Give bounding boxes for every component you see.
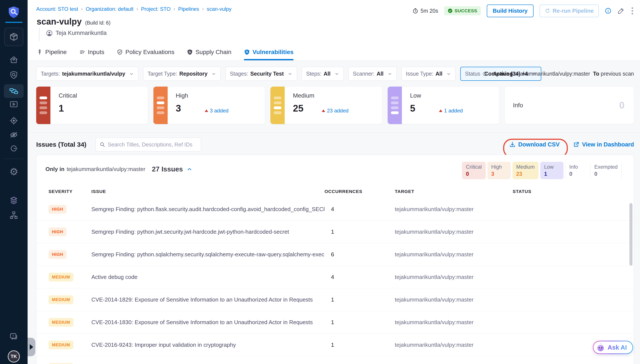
filter-issue-type[interactable]: Issue Type:All: [401, 67, 455, 81]
filter-steps[interactable]: Steps:All: [302, 67, 344, 81]
filter-target-type[interactable]: Target Type:Repository: [143, 67, 221, 81]
chevron-down-icon: [387, 72, 392, 76]
search-input[interactable]: [108, 142, 197, 148]
filter-targets[interactable]: Targets:tejakummarikuntla/vulpy: [36, 67, 138, 81]
chip-low: Low1: [540, 162, 563, 179]
severity-badge: HIGH: [49, 205, 67, 214]
expand-arrow-icon: [30, 344, 33, 350]
chip-exempted: Exempted0: [590, 162, 622, 179]
severity-badge: MEDIUM: [49, 318, 74, 327]
shield-nodes-icon: [187, 49, 193, 55]
low-card[interactable]: Low 5 1 added: [388, 86, 499, 124]
table-scrollbar-thumb[interactable]: [629, 203, 632, 266]
breadcrumb-account[interactable]: Account: STO test: [36, 6, 78, 12]
table-row[interactable]: HIGH Semgrep Finding: python.flask.secur…: [37, 198, 634, 220]
tab-vulnerabilities[interactable]: Vulnerabilities: [244, 45, 294, 60]
pipeline-tab-icon: [37, 49, 43, 55]
page-title: scan-vulpy: [37, 17, 82, 26]
table-row[interactable]: HIGH Semgrep Finding: python.sqlalchemy.…: [37, 243, 634, 266]
module-accent-divider: [5, 22, 23, 23]
breadcrumb-project[interactable]: Project: STO: [141, 6, 171, 12]
table-row[interactable]: HIGH Semgrep Finding: python.jwt.securit…: [37, 220, 634, 243]
tab-pipeline[interactable]: Pipeline: [37, 45, 67, 60]
sto-logo-icon[interactable]: [0, 6, 28, 19]
medium-card[interactable]: Medium 25 23 added: [270, 86, 382, 124]
hierarchy-icon[interactable]: [0, 211, 28, 220]
shield-search-icon: [244, 49, 250, 55]
breadcrumb-org[interactable]: Organization: default: [86, 6, 133, 12]
critical-card[interactable]: Critical 1: [36, 86, 148, 124]
artifacts-layers-icon[interactable]: [0, 196, 28, 205]
table-header-row: SEVERITY ISSUE OCCURRENCES TARGET STATUS: [37, 185, 634, 198]
module-selector-cube-icon[interactable]: [4, 28, 23, 46]
severity-badge: MEDIUM: [49, 273, 74, 282]
external-link-icon: [573, 141, 579, 148]
table-row[interactable]: MEDIUM CVE-2016-9243: Improper input val…: [37, 334, 634, 356]
build-duration: 5m 20s: [412, 8, 438, 14]
pipelines-nav-item[interactable]: [4, 84, 24, 98]
info-icon[interactable]: [605, 8, 611, 14]
breadcrumb-separator: ›: [136, 6, 138, 12]
help-chat-icon[interactable]: ?: [0, 332, 28, 342]
exemptions-eye-off-icon[interactable]: [0, 130, 28, 140]
tab-policy-evaluations[interactable]: Policy Evaluations: [117, 45, 174, 60]
tab-supply-chain[interactable]: Supply Chain: [187, 45, 231, 60]
user-icon: [46, 30, 53, 36]
issue-group-header[interactable]: Only in tejakummarikuntla/vulpy:master 2…: [46, 165, 192, 173]
high-added-delta: 3 added: [205, 108, 229, 114]
chevron-down-icon: [288, 72, 292, 76]
baseline-icon[interactable]: [0, 144, 28, 153]
tab-inputs[interactable]: Inputs: [79, 45, 104, 60]
table-row[interactable]: MEDIUM CVE-2014-1830: Exposure of Sensit…: [37, 311, 634, 334]
breadcrumb-separator: ›: [81, 6, 83, 12]
chevron-down-icon: [446, 72, 451, 76]
table-row[interactable]: MEDIUM CVE-2014-1829: Exposure of Sensit…: [37, 288, 634, 311]
critical-gauge-icon: [36, 86, 51, 124]
sidebar-expand-handle[interactable]: [28, 338, 35, 356]
chevron-up-icon[interactable]: [186, 166, 192, 172]
table-row[interactable]: MEDIUM Active debug code 4 tejakummariku…: [37, 266, 634, 288]
chip-medium: Medium23: [512, 162, 538, 179]
targets-crosshair-icon[interactable]: [0, 116, 28, 125]
medium-added-delta: 23 added: [322, 108, 348, 114]
chip-critical: Critical0: [462, 162, 485, 179]
breadcrumb-current[interactable]: scan-vulpy: [207, 6, 231, 12]
page-header: Account: STO test› Organization: default…: [28, 0, 640, 60]
filter-scanner[interactable]: Scanner:All: [348, 67, 397, 81]
issues-table: SEVERITY ISSUE OCCURRENCES TARGET STATUS…: [37, 185, 634, 364]
rerun-pipeline-button[interactable]: Re-run Pipeline: [539, 4, 599, 17]
chevron-down-icon: [211, 72, 216, 76]
filter-stages[interactable]: Stages:Security Test: [225, 67, 297, 81]
edit-pencil-icon[interactable]: [617, 7, 625, 14]
table-row[interactable]: MEDIUM CVE-2017-11424: PyJWT mishandles …: [37, 356, 634, 364]
search-icon: [100, 142, 105, 147]
author-name: Teja Kummarikuntla: [56, 30, 107, 36]
settings-gear-icon[interactable]: ⚙: [0, 167, 28, 176]
ask-ai-button[interactable]: Ask AI: [593, 341, 633, 354]
severity-badge: MEDIUM: [49, 363, 74, 364]
chevron-down-icon: [334, 72, 339, 76]
severity-summary-band: Critical 1 High 3 3 added Medium 25 23 a…: [28, 86, 640, 133]
author-divider: [39, 28, 40, 41]
severity-badge: HIGH: [49, 250, 67, 259]
refresh-icon: [545, 8, 550, 14]
overview-shield-icon[interactable]: [0, 70, 28, 80]
info-card[interactable]: Info 0: [505, 86, 634, 124]
more-options-kebab-icon[interactable]: [631, 6, 634, 15]
build-history-button[interactable]: Build History: [487, 4, 534, 17]
filter-bar: Targets:tejakummarikuntla/vulpy Target T…: [36, 67, 541, 81]
high-card[interactable]: High 3 3 added: [153, 86, 265, 124]
executions-icon[interactable]: [0, 100, 28, 109]
download-csv-button[interactable]: Download CSV: [509, 141, 560, 148]
triangle-up-icon: [205, 110, 208, 112]
home-icon[interactable]: [0, 55, 28, 64]
execution-tabs: Pipeline Inputs Policy Evaluations Suppl…: [37, 45, 294, 60]
shield-check-icon: [117, 49, 123, 55]
inputs-tab-icon: [79, 49, 85, 55]
issues-search[interactable]: [96, 138, 201, 152]
user-avatar[interactable]: TK: [8, 350, 20, 362]
svg-text:?: ?: [12, 334, 14, 338]
view-in-dashboard-button[interactable]: View in Dashboard: [573, 141, 634, 148]
breadcrumb-pipelines[interactable]: Pipelines: [178, 6, 199, 12]
severity-badge: MEDIUM: [49, 340, 74, 349]
